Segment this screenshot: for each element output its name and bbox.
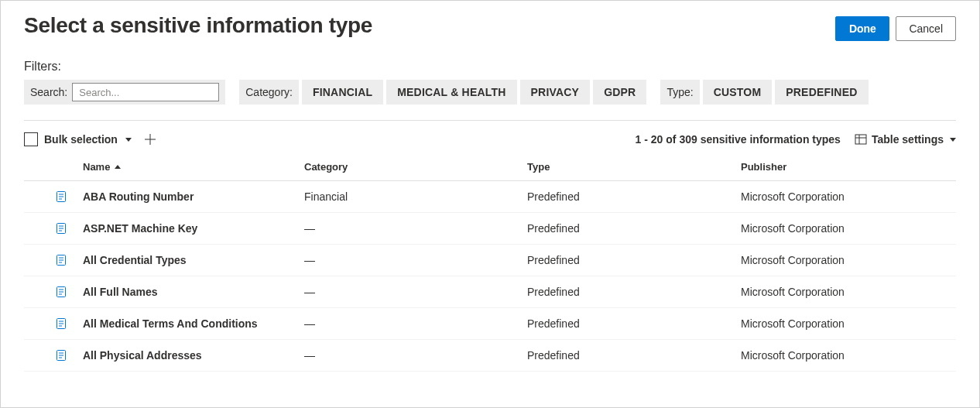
cell-type: Predefined bbox=[521, 340, 735, 372]
filters-row: Search: Category: FINANCIALMEDICAL & HEA… bbox=[24, 80, 956, 105]
cell-category: — bbox=[298, 276, 521, 308]
search-input[interactable] bbox=[72, 83, 219, 101]
cell-category: — bbox=[298, 245, 521, 276]
category-label: Category: bbox=[239, 80, 299, 105]
table-header: Name Category Type Publisher bbox=[24, 153, 956, 181]
category-chip[interactable]: GDPR bbox=[593, 80, 646, 105]
category-chips: FINANCIALMEDICAL & HEALTHPRIVACYGDPR bbox=[302, 80, 646, 105]
header-actions: Done Cancel bbox=[835, 16, 956, 41]
type-chip[interactable]: PREDEFINED bbox=[775, 80, 868, 105]
dialog-inner: Select a sensitive information type Done… bbox=[1, 1, 979, 372]
toolbar: Bulk selection 1 - 20 of 309 sensitive i… bbox=[24, 125, 956, 153]
column-header-publisher[interactable]: Publisher bbox=[735, 153, 956, 181]
bulk-checkbox[interactable] bbox=[24, 132, 38, 146]
column-header-name[interactable]: Name bbox=[77, 153, 298, 181]
page-title: Select a sensitive information type bbox=[24, 13, 372, 38]
cell-publisher: Microsoft Corporation bbox=[735, 213, 956, 245]
cell-type: Predefined bbox=[521, 245, 735, 276]
table-row[interactable]: All Credential Types—PredefinedMicrosoft… bbox=[24, 245, 956, 276]
cell-name: All Physical Addresses bbox=[77, 340, 298, 372]
table-settings-label: Table settings bbox=[872, 133, 944, 146]
cell-type: Predefined bbox=[521, 276, 735, 308]
table-settings-icon bbox=[855, 133, 867, 146]
chevron-down-icon bbox=[125, 138, 132, 142]
header: Select a sensitive information type Done… bbox=[24, 13, 956, 41]
results-table: Name Category Type Publisher ABA Routing… bbox=[24, 153, 956, 372]
document-icon bbox=[55, 254, 70, 266]
document-icon bbox=[55, 222, 70, 235]
cell-name: All Full Names bbox=[77, 276, 298, 308]
bulk-selection-label: Bulk selection bbox=[44, 133, 118, 146]
dialog: Select a sensitive information type Done… bbox=[0, 0, 980, 408]
cell-name: ABA Routing Number bbox=[77, 181, 298, 213]
category-chip[interactable]: MEDICAL & HEALTH bbox=[386, 80, 516, 105]
table-row[interactable]: All Medical Terms And Conditions—Predefi… bbox=[24, 308, 956, 340]
chevron-down-icon bbox=[950, 138, 956, 142]
cell-type: Predefined bbox=[521, 181, 735, 213]
table-row[interactable]: All Physical Addresses—PredefinedMicroso… bbox=[24, 340, 956, 372]
cell-category: Financial bbox=[298, 181, 521, 213]
type-chips: CUSTOMPREDEFINED bbox=[703, 80, 869, 105]
cell-type: Predefined bbox=[521, 308, 735, 340]
type-label: Type: bbox=[660, 80, 699, 105]
document-icon bbox=[55, 317, 70, 330]
category-chip[interactable]: PRIVACY bbox=[520, 80, 591, 105]
svg-rect-0 bbox=[855, 135, 866, 144]
result-count: 1 - 20 of 309 sensitive information type… bbox=[636, 133, 841, 146]
sort-asc-icon bbox=[115, 165, 121, 169]
add-button[interactable] bbox=[141, 130, 159, 149]
toolbar-right: 1 - 20 of 309 sensitive information type… bbox=[636, 133, 956, 146]
search-label: Search: bbox=[30, 86, 67, 98]
filter-group-search: Search: bbox=[24, 80, 225, 105]
cell-publisher: Microsoft Corporation bbox=[735, 245, 956, 276]
cell-name: ASP.NET Machine Key bbox=[77, 213, 298, 245]
toolbar-left: Bulk selection bbox=[24, 130, 159, 149]
document-icon bbox=[55, 349, 70, 362]
column-name-label: Name bbox=[83, 161, 110, 173]
cell-category: — bbox=[298, 308, 521, 340]
document-icon bbox=[55, 286, 70, 298]
column-header-category[interactable]: Category bbox=[298, 153, 521, 181]
cell-category: — bbox=[298, 213, 521, 245]
column-header-type[interactable]: Type bbox=[521, 153, 735, 181]
cell-publisher: Microsoft Corporation bbox=[735, 340, 956, 372]
cancel-button[interactable]: Cancel bbox=[896, 16, 956, 41]
cell-type: Predefined bbox=[521, 213, 735, 245]
divider bbox=[24, 120, 956, 121]
filter-group-category: Category: FINANCIALMEDICAL & HEALTHPRIVA… bbox=[239, 80, 646, 105]
cell-publisher: Microsoft Corporation bbox=[735, 181, 956, 213]
cell-name: All Credential Types bbox=[77, 245, 298, 276]
type-chip[interactable]: CUSTOM bbox=[703, 80, 773, 105]
cell-category: — bbox=[298, 340, 521, 372]
table-settings-button[interactable]: Table settings bbox=[855, 133, 956, 146]
bulk-selection[interactable]: Bulk selection bbox=[24, 132, 132, 146]
plus-icon bbox=[144, 133, 156, 146]
cell-publisher: Microsoft Corporation bbox=[735, 308, 956, 340]
cell-name: All Medical Terms And Conditions bbox=[77, 308, 298, 340]
filter-group-type: Type: CUSTOMPREDEFINED bbox=[660, 80, 868, 105]
table-row[interactable]: All Full Names—PredefinedMicrosoft Corpo… bbox=[24, 276, 956, 308]
cell-publisher: Microsoft Corporation bbox=[735, 276, 956, 308]
table-row[interactable]: ASP.NET Machine Key—PredefinedMicrosoft … bbox=[24, 213, 956, 245]
done-button[interactable]: Done bbox=[835, 16, 889, 41]
document-icon bbox=[55, 190, 70, 203]
category-chip[interactable]: FINANCIAL bbox=[302, 80, 383, 105]
table-row[interactable]: ABA Routing NumberFinancialPredefinedMic… bbox=[24, 181, 956, 213]
table-body: ABA Routing NumberFinancialPredefinedMic… bbox=[24, 181, 956, 372]
filters-label: Filters: bbox=[24, 60, 956, 74]
